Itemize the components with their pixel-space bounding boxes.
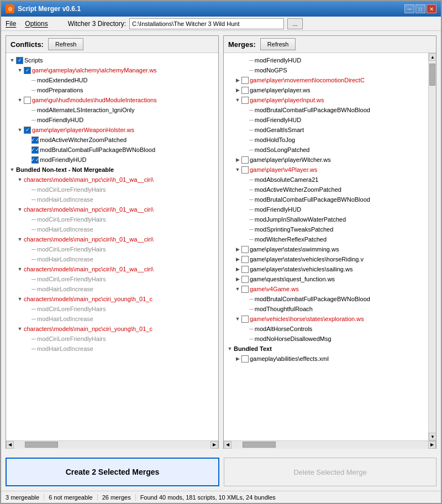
conflicts-refresh-button[interactable]: Refresh bbox=[48, 38, 84, 50]
list-item: ▼ characters\models\main_npc\ciri\h_01_w… bbox=[8, 204, 216, 214]
expand-icon[interactable]: ▼ bbox=[16, 206, 24, 213]
expand-icon[interactable]: ▼ bbox=[8, 56, 16, 64]
list-item: ─ modSoLongPatched bbox=[226, 145, 426, 155]
list-item: ─ modCiriLoreFriendlyHairs bbox=[8, 185, 216, 195]
expand-icon[interactable]: ▼ bbox=[234, 285, 241, 293]
expand-icon[interactable]: ▼ bbox=[16, 126, 24, 134]
expand-icon[interactable]: ▼ bbox=[234, 315, 241, 323]
list-item: ▼ Bundled Text bbox=[226, 344, 426, 354]
merges-panel: Merges: Refresh ─ modFriendlyHUD bbox=[223, 35, 436, 449]
expand-icon[interactable]: ▶ bbox=[234, 255, 241, 263]
hscroll-right-button[interactable]: ▶ bbox=[211, 441, 218, 449]
list-item: ─ modCiriLoreFriendlyHairs bbox=[8, 274, 216, 284]
ciri3-label: characters\models\main_npc\ciri\h_01_wa_… bbox=[24, 235, 154, 244]
merges-hscroll-right-button[interactable]: ▶ bbox=[428, 441, 436, 449]
merges-hscroll-thumb[interactable] bbox=[243, 442, 276, 448]
list-item: ▼ game\gui\hud\modules\hudModuleInteract… bbox=[8, 95, 216, 105]
expand-icon[interactable]: ▶ bbox=[234, 355, 241, 363]
list-item: ─ modCiriLoreFriendlyHairs bbox=[8, 244, 216, 254]
witcher-dir-input[interactable] bbox=[129, 18, 284, 29]
list-item: ▼ characters\models\main_npc\ciri\h_01_w… bbox=[8, 264, 216, 274]
expand-icon[interactable]: ▶ bbox=[234, 86, 241, 94]
file-menu[interactable]: File bbox=[6, 20, 16, 28]
expand-icon[interactable]: ▼ bbox=[16, 235, 24, 243]
sailing-checkbox[interactable] bbox=[241, 266, 249, 273]
v4player-checkbox[interactable] bbox=[241, 166, 249, 174]
not-mergeable-status: 6 not mergeable bbox=[44, 494, 98, 501]
alchemy-row[interactable]: ▼ game\gameplay\alchemy\alchemyManager.w… bbox=[8, 65, 216, 75]
expand-icon[interactable]: ▼ bbox=[16, 96, 24, 104]
vscroll-up-button[interactable]: ▲ bbox=[429, 53, 436, 61]
alchemy-checkbox[interactable] bbox=[24, 67, 31, 74]
witcher-dir-label: Witcher 3 Directory: bbox=[68, 20, 126, 28]
player-witcher-checkbox[interactable] bbox=[241, 156, 249, 164]
scripts-checkbox[interactable] bbox=[16, 57, 23, 64]
quest-checkbox[interactable] bbox=[241, 276, 249, 283]
merges-status: 26 merges bbox=[98, 494, 136, 501]
expand-icon[interactable]: ▼ bbox=[226, 345, 234, 353]
friendly-hud2-checkbox[interactable]: ✓ bbox=[31, 156, 39, 164]
player-input-checkbox[interactable] bbox=[241, 97, 249, 104]
conflicts-tree[interactable]: ▼ Scripts ▼ game\gameplay\alchemy\alchem… bbox=[6, 53, 218, 440]
conflicts-hscrollbar[interactable]: ◀ ▶ bbox=[6, 440, 218, 448]
v4game-checkbox[interactable] bbox=[241, 286, 249, 293]
merges-vscrollbar[interactable]: ▲ ▼ bbox=[428, 53, 436, 440]
list-item: ▼ game\vehicles\horse\states\exploration… bbox=[226, 314, 426, 324]
horse-riding-checkbox[interactable] bbox=[241, 256, 249, 263]
expand-icon[interactable]: ▼ bbox=[16, 66, 24, 74]
expand-icon[interactable]: ▶ bbox=[234, 76, 241, 84]
effects-checkbox[interactable] bbox=[241, 355, 249, 363]
delete-merge-button[interactable]: Delete Selected Merge bbox=[224, 458, 436, 486]
expand-icon[interactable]: ▼ bbox=[16, 325, 24, 333]
swimming-checkbox[interactable] bbox=[241, 246, 249, 253]
vscroll-down-button[interactable]: ▼ bbox=[429, 433, 436, 440]
maximize-button[interactable]: □ bbox=[415, 4, 425, 13]
zoom-checkbox[interactable]: ✓ bbox=[31, 136, 39, 144]
vscroll-thumb[interactable] bbox=[429, 64, 435, 86]
exploration-checkbox[interactable] bbox=[241, 316, 249, 323]
expand-icon[interactable]: ▶ bbox=[234, 275, 241, 283]
merges-hscroll-track[interactable] bbox=[231, 441, 428, 449]
holster-label: game\player\playerWeaponHolster.ws bbox=[32, 125, 134, 134]
options-menu[interactable]: Options bbox=[25, 20, 48, 28]
list-item: ─ modHairLodIncrease bbox=[8, 254, 216, 264]
merges-refresh-button[interactable]: Refresh bbox=[260, 38, 296, 50]
hscroll-thumb[interactable] bbox=[25, 442, 58, 448]
vscroll-track[interactable] bbox=[429, 61, 436, 433]
list-item: ─ modHairLodIncrease bbox=[8, 314, 216, 324]
hud-checkbox[interactable] bbox=[24, 97, 31, 104]
close-button[interactable]: ✕ bbox=[427, 4, 436, 13]
list-item: ─ modPreparations bbox=[8, 85, 216, 95]
merges-tree[interactable]: ─ modFriendlyHUD ─ modNoGPS bbox=[224, 53, 428, 440]
expand-icon[interactable]: ▼ bbox=[8, 166, 16, 174]
list-item: ▶ game\player\player.ws bbox=[226, 85, 426, 95]
expand-icon[interactable]: ▶ bbox=[234, 156, 241, 164]
list-item: ▼ characters\models\main_npc\ciri\h_01_w… bbox=[8, 234, 216, 244]
merges-hscroll-left-button[interactable]: ◀ bbox=[224, 441, 231, 449]
brutal-combat-checkbox[interactable]: ✓ bbox=[31, 146, 39, 154]
friendly-hud-label: modFriendlyHUD bbox=[37, 116, 83, 124]
minimize-button[interactable]: ─ bbox=[404, 4, 414, 13]
main-window: ⚙ Script Merger v0.6.1 ─ □ ✕ File Option… bbox=[0, 0, 442, 504]
expand-icon[interactable]: ▶ bbox=[234, 245, 241, 253]
create-merges-button[interactable]: Create 2 Selected Merges bbox=[6, 458, 219, 486]
hscroll-left-button[interactable]: ◀ bbox=[6, 441, 14, 449]
expand-icon[interactable]: ▼ bbox=[16, 265, 24, 273]
list-item: ▶ gameplay\abilities\effects.xml bbox=[226, 354, 426, 364]
list-item: ─ modBrutalCombatFullPackageBWNoBlood bbox=[226, 294, 426, 304]
holster-checkbox[interactable] bbox=[24, 127, 31, 134]
browse-button[interactable]: ... bbox=[287, 18, 303, 29]
expand-icon[interactable]: ▶ bbox=[234, 265, 241, 273]
found-status: Found 40 mods, 181 scripts, 10 XMLs, 24 … bbox=[136, 494, 436, 501]
merges-hscrollbar[interactable]: ◀ ▶ bbox=[224, 440, 436, 448]
expand-icon[interactable]: ▼ bbox=[16, 176, 24, 183]
list-item: ─ modExtendedHUD bbox=[8, 75, 216, 85]
player-ws-checkbox[interactable] bbox=[241, 87, 249, 94]
hscroll-track[interactable] bbox=[14, 441, 211, 449]
scripts-root-row[interactable]: ▼ Scripts bbox=[8, 55, 216, 65]
expand-icon[interactable]: ▼ bbox=[234, 96, 241, 104]
brutal-combat-label: modBrutalCombatFullPackageBWNoBlood bbox=[40, 145, 155, 154]
expand-icon[interactable]: ▼ bbox=[16, 295, 24, 303]
expand-icon[interactable]: ▼ bbox=[234, 166, 241, 174]
locomotion-checkbox[interactable] bbox=[241, 77, 249, 84]
